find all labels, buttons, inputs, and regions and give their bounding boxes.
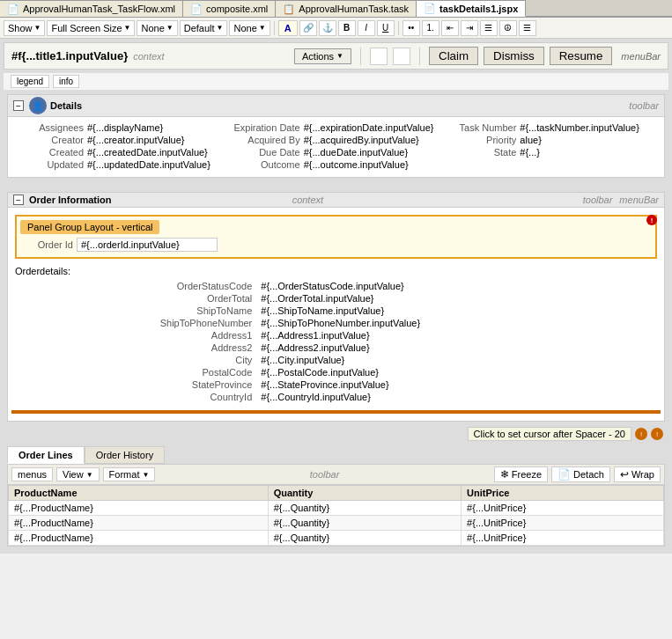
details-collapse-button[interactable]: − (13, 100, 24, 111)
dismiss-button[interactable]: Dismiss (484, 47, 544, 65)
table-toolbar: menus View ▼ Format ▼ toolbar ❄ Freeze 📄 (8, 465, 664, 485)
cursor-bar: Click to set cursor after Spacer - 20 ! … (4, 425, 668, 443)
details-col-3: Task Number #{...taskNumber.inputValue} … (446, 122, 659, 172)
col-header-unitprice: UnitPrice (462, 486, 664, 501)
show-chevron-icon: ▼ (34, 24, 41, 32)
none-dropdown-2[interactable]: None ▼ (229, 20, 270, 36)
toolbar-separator-1 (274, 21, 275, 35)
row-label: ShipToPhoneNumber (15, 317, 257, 329)
italic-btn[interactable]: I (358, 20, 375, 36)
spacer-bar (11, 410, 661, 414)
table-row: StateProvince#{...StateProvince.inputVal… (15, 378, 657, 391)
header-menubar-label: menuBar (621, 51, 661, 62)
find-replace-btn[interactable]: A (278, 20, 298, 36)
order-lines-section: Order Lines Order History menus View ▼ F… (7, 446, 665, 547)
view-button[interactable]: View ▼ (56, 467, 100, 481)
none1-chevron-icon: ▼ (166, 24, 174, 32)
acquired-label: Acquired By (230, 135, 300, 145)
unordered-list-btn[interactable]: •• (402, 20, 420, 36)
none-dropdown-1[interactable]: None ▼ (137, 20, 177, 36)
table-row: ShipToPhoneNumber#{...ShipToPhoneNumber.… (15, 317, 657, 329)
state-row: State #{...} (446, 147, 659, 158)
order-id-input[interactable]: #{...orderId.inputValue} (77, 238, 218, 252)
state-value: #{...} (520, 147, 540, 158)
outdent-btn[interactable]: ⇤ (441, 20, 459, 36)
wrap-button[interactable]: ↩ Wrap (614, 466, 661, 482)
cell-quantity: #{...Quantity} (268, 531, 461, 546)
table-row: CountryId#{...CountryId.inputValue} (15, 391, 657, 403)
header-icon-btn-2[interactable] (393, 48, 410, 65)
row-value: #{...StateProvince.inputValue} (257, 378, 657, 391)
toolbar-show-dropdown[interactable]: Show ▼ (4, 20, 45, 36)
col-header-quantity: Quantity (268, 486, 461, 501)
indent-btn[interactable]: ⇥ (461, 20, 478, 36)
table-row: #{...ProductName}#{...Quantity}#{...Unit… (9, 516, 664, 531)
tab-approvalhumantask-taskflow[interactable]: 📄 ApprovalHumanTask_TaskFlow.xml (0, 0, 183, 17)
row-value: #{...OrderStatusCode.inputValue} (257, 280, 657, 292)
row-value: #{...City.inputValue} (257, 354, 657, 366)
tab-bar: 📄 ApprovalHumanTask_TaskFlow.xml 📄 compo… (0, 0, 672, 18)
row-label: OrderStatusCode (15, 280, 257, 292)
tab-composite[interactable]: 📄 composite.xml (183, 0, 276, 17)
format-button[interactable]: Format ▼ (103, 467, 156, 481)
link-btn[interactable]: 🔗 (299, 20, 317, 36)
format-chevron-icon: ▼ (142, 471, 149, 479)
creator-row: Creator #{...creator.inputValue} (13, 135, 226, 145)
row-label: Address2 (15, 342, 257, 354)
align-center-btn[interactable]: ☮ (499, 20, 517, 36)
resume-button[interactable]: Resume (550, 47, 613, 65)
info-tab[interactable]: info (53, 75, 79, 88)
due-date-value: #{...dueDate.inputValue} (304, 147, 408, 158)
header-icon-btn-1[interactable] (370, 48, 388, 65)
actions-button[interactable]: Actions ▼ (294, 48, 351, 64)
order-lines-tab[interactable]: Order Lines (7, 446, 85, 464)
tab-taskdetails-jspx[interactable]: 📄 taskDetails1.jspx (417, 0, 526, 17)
detach-icon: 📄 (558, 468, 571, 481)
table-row: Address2#{...Address2.inputValue} (15, 342, 657, 354)
ordered-list-btn[interactable]: 1. (422, 20, 439, 36)
cell-quantity: #{...Quantity} (268, 501, 461, 516)
detach-button[interactable]: 📄 Detach (551, 466, 610, 482)
cell-productname: #{...ProductName} (9, 531, 269, 546)
panel-group: Panel Group Layout - vertical ! Order Id… (15, 215, 657, 259)
row-label: CountryId (15, 391, 257, 403)
align-left-btn[interactable]: ☰ (480, 20, 498, 36)
freeze-button[interactable]: ❄ Freeze (494, 466, 548, 482)
row-label: ShipToName (15, 305, 257, 317)
order-details-label: Orderdetails: (15, 266, 657, 276)
bold-btn[interactable]: B (338, 20, 356, 36)
order-collapse-button[interactable]: − (13, 195, 24, 205)
cell-quantity: #{...Quantity} (268, 516, 461, 531)
claim-button[interactable]: Claim (429, 47, 478, 65)
cursor-text[interactable]: Click to set cursor after Spacer - 20 (468, 427, 631, 441)
order-history-tab[interactable]: Order History (85, 446, 165, 464)
xml-icon: 📄 (7, 4, 19, 15)
row-label: PostalCode (15, 366, 257, 378)
table-row: PostalCode#{...PostalCode.inputValue} (15, 366, 657, 378)
xml-icon-2: 📄 (190, 4, 203, 15)
menus-button[interactable]: menus (11, 467, 53, 481)
order-context-label: context (292, 195, 323, 205)
outcome-row: Outcome #{...outcome.inputValue} (230, 159, 443, 170)
default-dropdown[interactable]: Default ▼ (180, 20, 228, 36)
details-toolbar-label: toolbar (629, 100, 659, 111)
context-label: context (133, 51, 164, 62)
details-title: Details (50, 100, 629, 111)
freeze-icon: ❄ (500, 468, 509, 481)
details-content: Assignees #{...displayName} Creator #{..… (8, 117, 664, 177)
tab-approvalhumantask-task[interactable]: 📋 ApprovalHumanTask.task (276, 0, 417, 17)
table-header-row: ProductName Quantity UnitPrice (9, 486, 664, 501)
fullscreen-dropdown[interactable]: Full Screen Size ▼ (47, 20, 135, 36)
task-number-value: #{...taskNumber.inputValue} (520, 122, 639, 133)
anchor-btn[interactable]: ⚓ (319, 20, 336, 36)
row-value: #{...ShipToName.inputValue} (257, 305, 657, 317)
due-date-label: Due Date (230, 147, 300, 158)
align-right-btn[interactable]: ☰ (519, 20, 536, 36)
underline-btn[interactable]: U (377, 20, 395, 36)
expiration-label: Expiration Date (230, 122, 300, 133)
cell-unitprice: #{...UnitPrice} (462, 516, 664, 531)
legend-tab[interactable]: legend (11, 75, 49, 88)
view-chevron-icon: ▼ (86, 471, 93, 479)
cell-unitprice: #{...UnitPrice} (462, 501, 664, 516)
order-lines-content: menus View ▼ Format ▼ toolbar ❄ Freeze 📄 (7, 464, 665, 547)
